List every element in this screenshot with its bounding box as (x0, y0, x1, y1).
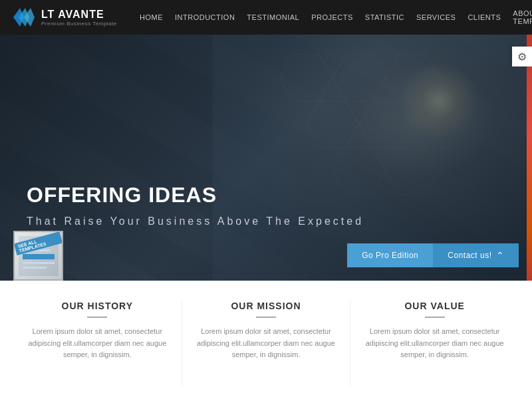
section-text-0: Lorem ipsum dolor sit amet, consectetur … (27, 326, 168, 361)
section-heading-2: OUR VALUE (364, 301, 505, 311)
logo-title: LT AVANTE (41, 9, 117, 21)
section-text-1: Lorem ipsum dolor sit amet, consectetur … (196, 326, 337, 361)
nav-clients[interactable]: CLIENTS (467, 13, 501, 21)
section-col-1: OUR MISSION Lorem ipsum dolor sit amet, … (182, 301, 351, 386)
nav-home[interactable]: HOME (140, 13, 163, 21)
logo-icon (13, 8, 35, 27)
hero-title: OFFERING IDEAS (27, 183, 364, 207)
hero-buttons: Go Pro Edition Contact us! ⌃ (347, 243, 519, 267)
contact-button[interactable]: Contact us! ⌃ (433, 243, 519, 267)
section-text-2: Lorem ipsum dolor sit amet, consectetur … (364, 326, 505, 361)
hero-subtitle: That Raise Your Business Above The Expec… (27, 215, 364, 227)
nav-testimonial[interactable]: TESTIMONIAL (247, 13, 299, 21)
nav-services[interactable]: SERVICES (416, 13, 456, 21)
hero-section: OFFERING IDEAS That Raise Your Business … (0, 35, 532, 281)
nav-links: HOMEINTRODUCTIONTESTIMONIALPROJECTSSTATI… (140, 9, 532, 25)
contact-label: Contact us! (448, 251, 491, 260)
section-heading-0: OUR HISTORY (27, 301, 168, 311)
hero-thumbnail[interactable]: SEE ALL TEMPLATES (13, 231, 63, 281)
section-divider-1 (256, 317, 276, 318)
gear-icon: ⚙ (517, 51, 527, 63)
nav-statistic[interactable]: STATISTIC (365, 13, 404, 21)
section-heading-1: OUR MISSION (196, 301, 337, 311)
nav-projects[interactable]: PROJECTS (311, 13, 353, 21)
logo-text: LT AVANTE Premium Business Template (41, 9, 117, 27)
info-sections: OUR HISTORY Lorem ipsum dolor sit amet, … (0, 281, 532, 399)
nav-about[interactable]: ABOUT TEMPLATE (513, 9, 532, 25)
chevron-up-icon: ⌃ (496, 250, 505, 261)
section-divider-0 (87, 317, 107, 318)
navbar: LT AVANTE Premium Business Template HOME… (0, 0, 532, 35)
logo: LT AVANTE Premium Business Template (13, 8, 120, 27)
right-edge-strip (527, 35, 532, 281)
logo-subtitle: Premium Business Template (41, 21, 117, 27)
nav-introduction[interactable]: INTRODUCTION (175, 13, 235, 21)
settings-button[interactable]: ⚙ (512, 47, 532, 66)
section-col-0: OUR HISTORY Lorem ipsum dolor sit amet, … (13, 301, 182, 386)
section-divider-2 (425, 317, 445, 318)
hero-content: OFFERING IDEAS That Raise Your Business … (27, 183, 364, 227)
go-pro-button[interactable]: Go Pro Edition (347, 243, 433, 267)
section-col-2: OUR VALUE Lorem ipsum dolor sit amet, co… (350, 301, 519, 386)
